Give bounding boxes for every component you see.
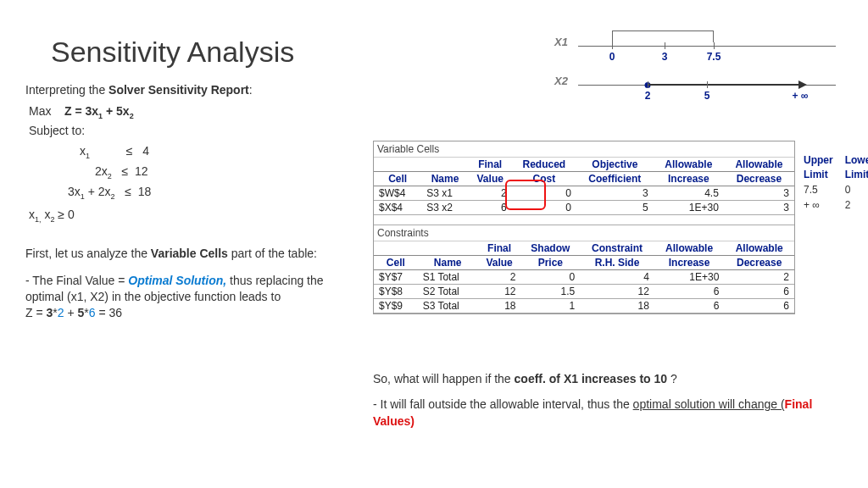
x2-axis-label: X2: [554, 75, 568, 87]
bottom-question: So, what will happen if the coeff. of X1…: [373, 371, 814, 388]
x1-tick-1: 3: [662, 51, 668, 63]
obj-mid: + 5x: [103, 104, 130, 118]
obj-pre: Z = 3x: [64, 104, 98, 118]
table-row: $Y$8 S2 Total 12 1.5 12 6 6: [374, 285, 794, 299]
number-lines: X1 0 3 7.5 X2 2 5 + ∞: [571, 27, 843, 112]
analysis-intro: First, let us analyze the Variable Cells…: [25, 246, 356, 262]
lp-formulation: Max Z = 3x1 + 5x2 Subject to: x1 ≤ 4 2x2…: [29, 103, 151, 225]
constraint-2: 2x2 ≤ 12: [95, 162, 151, 182]
upper-lower-limits: Upper Lower Limit Limit 7.50 + ∞2: [797, 152, 868, 214]
table-row: $X$4 S3 x2 6 0 5 1E+30 3: [374, 201, 794, 215]
constraint-1: x1 ≤ 4: [80, 141, 151, 162]
subject-to: Subject to:: [29, 123, 151, 140]
x2-tick-1: 5: [704, 90, 710, 102]
variable-cells-table: Final Reduced Objective Allowable Allowa…: [374, 158, 794, 225]
sensitivity-report: Variable Cells Final Reduced Objective A…: [373, 141, 795, 314]
x2-number-line: X2 2 5 + ∞: [571, 66, 843, 105]
x1-number-line: X1 0 3 7.5: [571, 27, 843, 66]
max-label: Max: [29, 104, 51, 118]
x1-axis-label: X1: [554, 36, 568, 48]
page-title: Sensitivity Analysis: [51, 36, 294, 69]
x2-tick-0: 2: [645, 90, 651, 102]
bottom-answer: - It will fall outside the allowable int…: [373, 396, 839, 430]
interpreting-line: Interpreting the Solver Sensitivity Repo…: [25, 83, 253, 97]
analysis-body: - The Final Value = Optimal Solution, th…: [25, 273, 364, 321]
table-row: $Y$7 S1 Total 2 0 4 1E+30 2: [374, 270, 794, 285]
constraint-3: 3x1 + 2x2 ≤ 18: [68, 182, 151, 202]
constraints-table: Final Shadow Constraint Allowable Allowa…: [374, 241, 794, 313]
table-row: $W$4 S3 x1 2 0 3 4.5 3: [374, 186, 794, 201]
table-row: $Y$9 S3 Total 18 1 18 6 6: [374, 299, 794, 313]
nonneg-constraint: x1, x2 ≥ 0: [29, 207, 151, 225]
constraints-label: Constraints: [374, 225, 794, 241]
x1-tick-2: 7.5: [707, 51, 721, 63]
interp-bold: Solver Sensitivity Report: [108, 83, 249, 97]
variable-cells-label: Variable Cells: [374, 141, 794, 158]
interp-pre: Interpreting the: [25, 83, 108, 97]
x2-tick-2: + ∞: [793, 90, 809, 102]
interp-post: :: [249, 83, 253, 97]
x1-tick-0: 0: [609, 51, 615, 63]
